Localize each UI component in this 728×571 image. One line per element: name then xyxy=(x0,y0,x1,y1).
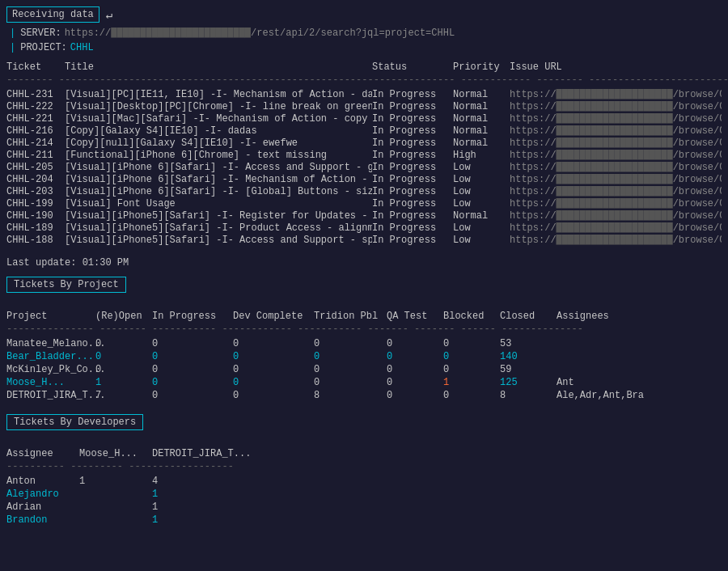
proj-name: Moose_H... xyxy=(6,377,95,388)
ticket-url: https://████████████████████/browse/CHHL… xyxy=(510,174,722,185)
ticket-priority: Normal xyxy=(453,210,510,222)
ticket-title: [Visual][iPhone 6][Safari] -I- Mechanism… xyxy=(65,174,372,185)
dev-assignee: Brandon xyxy=(6,514,79,526)
tickets-table: Ticket Title Status Priority Issue URL -… xyxy=(6,61,722,246)
table-row: CHHL-222 [Visual][Desktop][PC][Chrome] -… xyxy=(6,101,722,112)
dev-table-header: Assignee Moose_H... DETROIT_JIRA_T... xyxy=(6,448,722,459)
ticket-status: In Progress xyxy=(372,137,453,149)
ticket-url: https://████████████████████/browse/CHHL… xyxy=(510,210,722,222)
top-bar: Receiving data ↵ xyxy=(6,6,722,23)
proj-assignees xyxy=(557,351,722,362)
dev-row: Adrian 1 xyxy=(6,501,722,513)
ticket-priority: Low xyxy=(453,174,510,185)
ticket-title: [Visual][iPhone 6][Safari] -I- Access an… xyxy=(65,162,372,173)
ticket-priority: Normal xyxy=(453,137,510,149)
table-row: CHHL-204 [Visual][iPhone 6][Safari] -I- … xyxy=(6,174,722,185)
project-row: DETROIT_JIRA_T... 7 0 0 8 0 0 8 Ale,Adr,… xyxy=(6,390,722,401)
ticket-id: CHHL-190 xyxy=(6,210,65,222)
ticket-id: CHHL-204 xyxy=(6,174,65,185)
header-ticket: Ticket xyxy=(6,61,65,73)
tickets-by-project-section: Tickets By Project xyxy=(6,277,722,304)
proj-blocked: 0 xyxy=(443,338,500,349)
ticket-url: https://████████████████████/browse/CHHL… xyxy=(510,235,722,246)
ticket-url: https://████████████████████/browse/CHHL… xyxy=(510,89,722,100)
dev-moose xyxy=(79,514,152,526)
proj-qatest: 0 xyxy=(387,377,443,388)
proj-assignees xyxy=(557,364,722,375)
dev-row: Brandon 1 xyxy=(6,514,722,526)
project-line: | PROJECT: CHHL xyxy=(6,42,722,53)
ticket-title: [Visual][Desktop][PC][Chrome] -I- line b… xyxy=(65,101,372,112)
proj-blocked: 1 xyxy=(443,377,500,388)
server-line: | SERVER: https://██████████████████████… xyxy=(6,27,722,39)
dev-detroit: 1 xyxy=(152,514,249,526)
proj-closed: 8 xyxy=(500,390,557,401)
ticket-title: [Functional][iPhone 6][Chrome] - text mi… xyxy=(65,150,372,161)
project-divider: --------------- -------- ----------- ---… xyxy=(6,324,722,335)
proj-reopen: 1 xyxy=(95,377,152,388)
proj-devcomplete: 0 xyxy=(233,351,314,362)
ticket-status: In Progress xyxy=(372,113,453,125)
proj-tridion: 0 xyxy=(314,364,387,375)
ticket-rows: CHHL-231 [Visual][PC][IE11, IE10] -I- Me… xyxy=(6,89,722,246)
ticket-title: [Visual][iPhone5][Safari] -I- Product Ac… xyxy=(65,222,372,234)
ticket-status: In Progress xyxy=(372,125,453,137)
dev-rows: Anton 1 4 Alejandro 1 Adrian 1 Brandon 1 xyxy=(6,476,722,526)
proj-qatest: 0 xyxy=(387,390,443,401)
dev-moose xyxy=(79,489,152,500)
proj-closed: 53 xyxy=(500,338,557,349)
dev-detroit: 1 xyxy=(152,489,249,500)
receiving-badge: Receiving data xyxy=(6,6,99,23)
proj-inprogress: 0 xyxy=(152,390,233,401)
proj-tridion: 0 xyxy=(314,377,387,388)
ticket-title: [Visual][iPhone5][Safari] -I- Access and… xyxy=(65,235,372,246)
proj-name: Bear_Bladder... xyxy=(6,351,95,362)
project-table: Project (Re)Open In Progress Dev Complet… xyxy=(6,311,722,401)
ticket-id: CHHL-205 xyxy=(6,162,65,173)
header-status: Status xyxy=(372,61,453,73)
dev-assignee: Anton xyxy=(6,476,79,487)
ticket-priority: Low xyxy=(453,235,510,246)
ticket-url: https://████████████████████/browse/CHHL… xyxy=(510,150,722,161)
tickets-by-developers-section: Tickets By Developers xyxy=(6,414,722,442)
dev-divider: ---------- --------- ------------------ xyxy=(6,461,722,472)
project-row: Moose_H... 1 0 0 0 0 1 125 Ant xyxy=(6,377,722,388)
dev-moose xyxy=(79,501,152,513)
proj-tridion: 0 xyxy=(314,338,387,349)
proj-assignees: Ale,Adr,Ant,Bra xyxy=(557,390,722,401)
ticket-id: CHHL-211 xyxy=(6,150,65,161)
header-priority: Priority xyxy=(453,61,510,73)
ticket-id: CHHL-214 xyxy=(6,137,65,149)
proj-inprogress: 0 xyxy=(152,364,233,375)
ticket-status: In Progress xyxy=(372,235,453,246)
ticket-id: CHHL-231 xyxy=(6,89,65,100)
ticket-priority: Low xyxy=(453,186,510,197)
ticket-status: In Progress xyxy=(372,89,453,100)
table-row: CHHL-189 [Visual][iPhone5][Safari] -I- P… xyxy=(6,222,722,234)
ticket-priority: High xyxy=(453,150,510,161)
proj-devcomplete: 0 xyxy=(233,377,314,388)
ticket-priority: Normal xyxy=(453,113,510,125)
proj-devcomplete: 0 xyxy=(233,390,314,401)
proj-qatest: 0 xyxy=(387,364,443,375)
ticket-status: In Progress xyxy=(372,186,453,197)
ticket-url: https://████████████████████/browse/CHHL… xyxy=(510,125,722,137)
proj-closed: 140 xyxy=(500,351,557,362)
table-row: CHHL-190 [Visual][iPhone5][Safari] -I- R… xyxy=(6,210,722,222)
ticket-priority: Low xyxy=(453,162,510,173)
table-row: CHHL-205 [Visual][iPhone 6][Safari] -I- … xyxy=(6,162,722,173)
ticket-status: In Progress xyxy=(372,198,453,209)
proj-inprogress: 0 xyxy=(152,338,233,349)
header-url: Issue URL xyxy=(510,61,722,73)
ticket-status: In Progress xyxy=(372,162,453,173)
table-row: CHHL-199 [Visual] Font Usage In Progress… xyxy=(6,198,722,209)
ticket-title: [Visual] Font Usage xyxy=(65,198,372,209)
proj-reopen: 7 xyxy=(95,390,152,401)
proj-assignees xyxy=(557,338,722,349)
ticket-id: CHHL-221 xyxy=(6,113,65,125)
ticket-url: https://████████████████████/browse/CHHL… xyxy=(510,186,722,197)
ticket-status: In Progress xyxy=(372,222,453,234)
ticket-url: https://████████████████████/browse/CHHL… xyxy=(510,198,722,209)
dev-assignee: Alejandro xyxy=(6,489,79,500)
table-row: CHHL-216 [Copy][Galaxy S4][IE10] -I- dad… xyxy=(6,125,722,137)
